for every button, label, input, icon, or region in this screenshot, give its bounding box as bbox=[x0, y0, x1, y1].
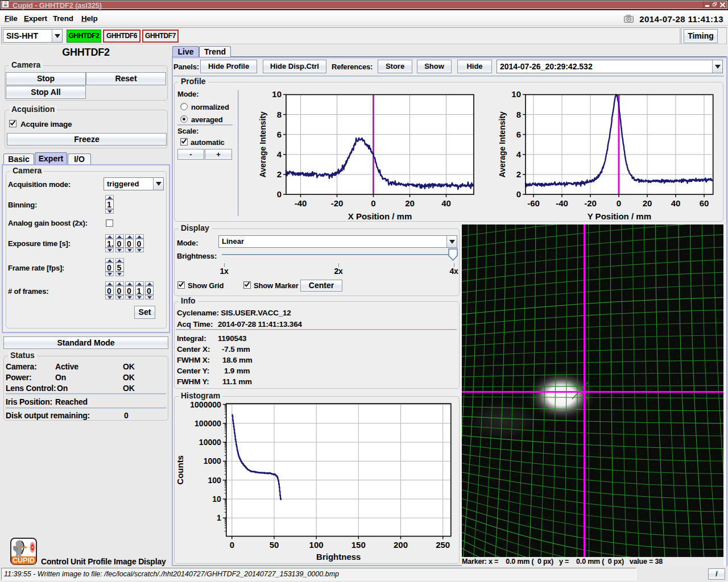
svg-text:20: 20 bbox=[643, 198, 652, 208]
svg-text:Counts: Counts bbox=[175, 455, 185, 485]
svg-text:0: 0 bbox=[230, 540, 234, 550]
svg-text:100: 100 bbox=[309, 540, 324, 550]
svg-text:-40: -40 bbox=[556, 198, 568, 208]
svg-text:X Position / mm: X Position / mm bbox=[348, 211, 412, 221]
svg-text:2: 2 bbox=[277, 169, 282, 179]
svg-text:4: 4 bbox=[516, 149, 522, 159]
svg-text:10: 10 bbox=[212, 494, 221, 504]
svg-text:40: 40 bbox=[441, 198, 451, 208]
svg-text:0: 0 bbox=[617, 198, 621, 208]
svg-text:1: 1 bbox=[217, 513, 221, 522]
svg-text:0: 0 bbox=[516, 189, 521, 199]
svg-text:1000: 1000 bbox=[204, 456, 221, 465]
svg-text:-20: -20 bbox=[584, 198, 597, 208]
svg-text:8: 8 bbox=[516, 110, 521, 119]
svg-text:4: 4 bbox=[277, 149, 282, 159]
svg-text:10: 10 bbox=[511, 89, 521, 99]
svg-text:20: 20 bbox=[405, 198, 415, 208]
svg-text:100000: 100000 bbox=[195, 419, 221, 428]
svg-text:-60: -60 bbox=[527, 198, 540, 208]
svg-text:Y Position / mm: Y Position / mm bbox=[588, 211, 651, 221]
svg-text:-40: -40 bbox=[295, 198, 307, 208]
svg-text:8: 8 bbox=[277, 110, 282, 119]
svg-text:60: 60 bbox=[700, 198, 709, 208]
svg-text:0: 0 bbox=[371, 198, 375, 208]
svg-text:-20: -20 bbox=[331, 198, 344, 208]
svg-text:150: 150 bbox=[351, 540, 366, 550]
svg-text:0: 0 bbox=[277, 189, 282, 199]
svg-text:250: 250 bbox=[436, 540, 450, 550]
svg-text:1000000: 1000000 bbox=[190, 400, 221, 409]
svg-text:CUPID: CUPID bbox=[13, 556, 35, 564]
svg-text:Brightness: Brightness bbox=[316, 552, 361, 562]
svg-text:50: 50 bbox=[270, 540, 279, 550]
svg-text:Average Intensity: Average Intensity bbox=[498, 111, 507, 177]
svg-text:Average Intensity: Average Intensity bbox=[258, 111, 267, 177]
svg-text:10000: 10000 bbox=[199, 438, 221, 447]
svg-text:100: 100 bbox=[208, 476, 221, 485]
svg-text:40: 40 bbox=[671, 198, 681, 208]
svg-text:200: 200 bbox=[394, 540, 408, 550]
svg-text:6: 6 bbox=[516, 130, 521, 139]
svg-text:6: 6 bbox=[277, 130, 282, 139]
svg-text:10: 10 bbox=[272, 89, 282, 99]
svg-text:2: 2 bbox=[516, 169, 521, 179]
